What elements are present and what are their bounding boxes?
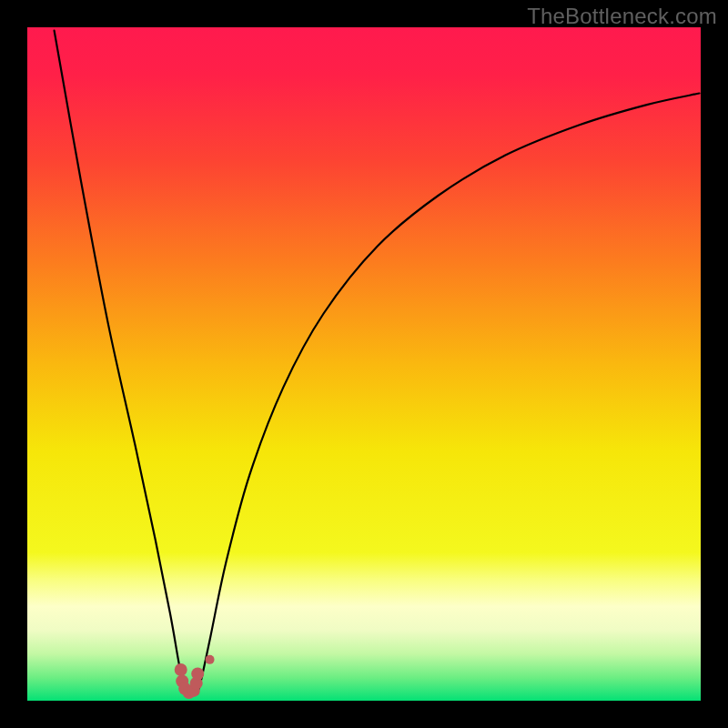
plot-background xyxy=(27,27,701,701)
optimum-marker xyxy=(175,663,187,676)
bottleneck-plot xyxy=(27,27,701,701)
chart-stage: TheBottleneck.com xyxy=(0,0,728,728)
optimum-marker xyxy=(191,667,204,680)
optimum-marker xyxy=(206,655,215,664)
watermark-text: TheBottleneck.com xyxy=(527,4,717,29)
